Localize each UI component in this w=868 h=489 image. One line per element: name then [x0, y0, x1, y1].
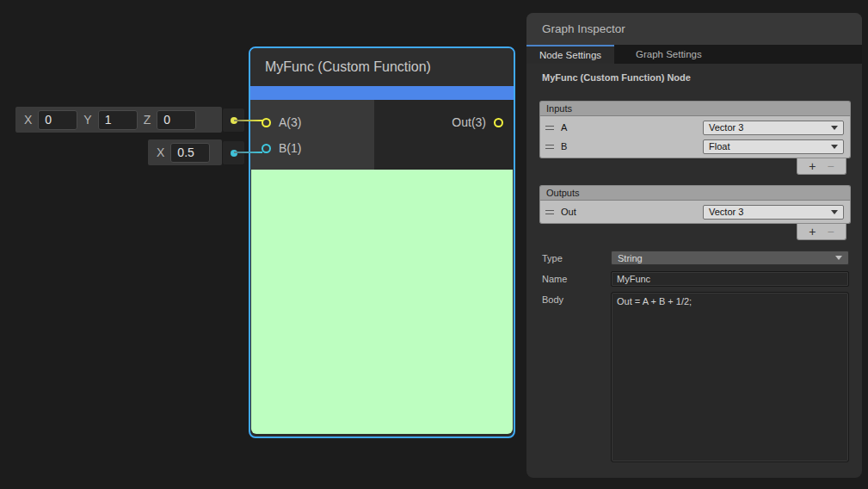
float-x-label: X [157, 145, 164, 159]
chevron-down-icon [831, 126, 838, 130]
port-out-icon[interactable] [494, 118, 503, 127]
inputs-list-body: A Vector 3 B Float [539, 116, 851, 158]
inspector-title: Graph Inspector [542, 22, 625, 35]
port-a-icon[interactable] [262, 118, 271, 127]
name-input[interactable]: MyFunc [611, 271, 849, 287]
list-item[interactable]: B Float [540, 137, 850, 156]
node-myfunc[interactable]: MyFunc (Custom Function) A(3) B(1) Out(3… [249, 46, 515, 438]
add-output-button[interactable]: + [809, 226, 816, 238]
inputs-list: Inputs A Vector 3 B Float + [539, 101, 851, 175]
inspector-titlebar[interactable]: Graph Inspector [526, 13, 862, 45]
vector3-x-field[interactable]: 0 [38, 110, 77, 130]
body-field-row: Body Out = A + B + 1/2; [542, 292, 849, 462]
edge-vector3-to-a[interactable] [234, 120, 262, 121]
chevron-down-icon [835, 256, 842, 260]
port-b-icon[interactable] [262, 144, 271, 153]
node-input-ports: A(3) B(1) [250, 100, 374, 170]
inspector-tabrow: Node Settings Graph Settings [526, 45, 862, 64]
body-textarea[interactable]: Out = A + B + 1/2; [611, 292, 849, 462]
remove-output-button[interactable]: − [828, 226, 834, 238]
vector3-input-widget: X 0 Y 1 Z 0 [15, 107, 222, 133]
outputs-list-header: Outputs [539, 185, 851, 201]
drag-handle-icon[interactable] [545, 210, 554, 214]
input-a-type-value: Vector 3 [709, 122, 831, 133]
add-input-button[interactable]: + [809, 160, 816, 172]
name-field-row: Name MyFunc [542, 271, 849, 287]
output-out-name: Out [561, 207, 703, 217]
type-label: Type [542, 251, 611, 265]
tab-node-settings[interactable]: Node Settings [526, 45, 614, 64]
chevron-down-icon [831, 210, 838, 214]
port-row-b: B(1) [250, 135, 374, 161]
drag-handle-icon[interactable] [545, 126, 554, 130]
type-value: String [618, 253, 835, 263]
float-x-field[interactable]: 0.5 [170, 143, 210, 163]
list-item[interactable]: A Vector 3 [540, 118, 850, 137]
outputs-list-body: Out Vector 3 [539, 201, 851, 224]
input-b-name: B [561, 141, 703, 152]
vector3-z-label: Z [144, 113, 151, 127]
vector3-x-label: X [24, 113, 32, 127]
port-out-label: Out(3) [452, 115, 486, 129]
inputs-list-title: Inputs [546, 103, 572, 114]
remove-input-button[interactable]: − [828, 160, 834, 172]
graph-inspector-panel: Graph Inspector Node Settings Graph Sett… [526, 13, 862, 478]
list-item[interactable]: Out Vector 3 [540, 202, 850, 221]
port-row-out: Out(3) [374, 109, 514, 135]
outputs-list-title: Outputs [546, 188, 580, 198]
input-b-type-dropdown[interactable]: Float [703, 139, 844, 154]
inputs-list-header: Inputs [539, 101, 851, 116]
name-label: Name [542, 271, 611, 287]
input-a-type-dropdown[interactable]: Vector 3 [703, 121, 844, 135]
vector3-y-field[interactable]: 1 [98, 110, 138, 130]
port-row-a: A(3) [250, 109, 374, 135]
edge-float-to-b[interactable] [234, 152, 262, 153]
chevron-down-icon [831, 145, 838, 149]
input-b-type-value: Float [709, 141, 831, 152]
input-a-name: A [561, 122, 703, 133]
drag-handle-icon[interactable] [545, 145, 554, 149]
node-accent-bar [250, 86, 514, 100]
outputs-list-footer: + − [797, 224, 846, 240]
port-a-label: A(3) [279, 115, 301, 129]
body-label: Body [542, 292, 611, 462]
tab-graph-settings[interactable]: Graph Settings [624, 45, 714, 64]
type-field-row: Type String [542, 251, 849, 265]
inputs-list-footer: + − [797, 158, 846, 175]
outputs-list: Outputs Out Vector 3 + − [539, 185, 851, 240]
node-preview [251, 170, 513, 434]
vector3-z-field[interactable]: 0 [157, 110, 196, 130]
output-out-type-value: Vector 3 [709, 207, 831, 217]
node-title: MyFunc (Custom Function) [250, 48, 514, 86]
port-b-label: B(1) [279, 141, 301, 155]
node-output-ports: Out(3) [374, 100, 514, 170]
node-settings-heading: MyFunc (Custom Function) Node [542, 72, 862, 83]
output-out-type-dropdown[interactable]: Vector 3 [703, 205, 844, 220]
type-dropdown[interactable]: String [611, 251, 849, 265]
vector3-y-label: Y [83, 113, 91, 127]
float-input-widget: X 0.5 [148, 139, 222, 165]
